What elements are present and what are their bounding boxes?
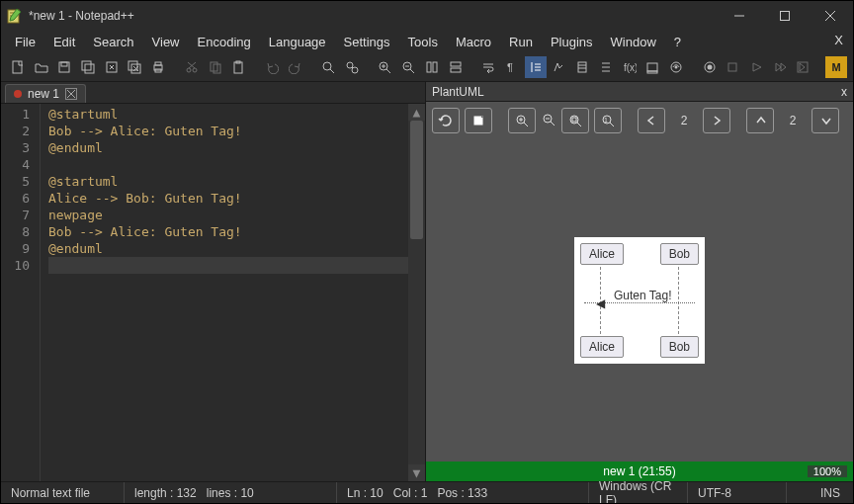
play-multi-icon[interactable] [769,56,791,78]
main-area: new 1 1 2 3 4 5 6 7 8 9 10 @startuml Bob… [1,82,853,481]
code-line[interactable]: Bob --> Alice: Guten Tag! [48,223,425,240]
plantuml-close-icon[interactable]: x [841,85,847,99]
actor-bottom-left: Alice [580,336,624,358]
menu-language[interactable]: Language [261,33,334,51]
menu-macro[interactable]: Macro [448,33,499,51]
svg-point-28 [323,62,331,70]
copy-icon[interactable] [205,56,226,78]
zoom-in-icon[interactable] [508,108,536,133]
m-button[interactable]: M [825,56,847,78]
svg-rect-51 [647,63,657,71]
scroll-down-icon[interactable]: ▼ [408,464,425,481]
close-button[interactable] [808,1,853,31]
code-line[interactable] [48,156,425,173]
code-line[interactable]: @startuml [48,106,425,123]
code-line[interactable]: @enduml [48,139,425,156]
diagram-viewport[interactable]: Alice Bob Alice Bob ◀ Guten Tag! [426,139,853,462]
code-editor[interactable]: 1 2 3 4 5 6 7 8 9 10 @startuml Bob --> A… [1,104,425,481]
code-content[interactable]: @startuml Bob --> Alice: Guten Tag! @end… [41,104,425,481]
zoom-fit-icon[interactable] [561,108,589,133]
folder-workspace-icon[interactable] [641,56,663,78]
menu-window[interactable]: Window [603,33,664,51]
find-icon[interactable] [317,56,339,78]
new-file-icon[interactable] [7,56,29,78]
editor-scrollbar[interactable]: ▲ ▼ [408,104,425,481]
menu-file[interactable]: File [7,33,43,51]
code-line[interactable]: Alice --> Bob: Guten Tag! [48,190,425,207]
next-diagram-icon[interactable] [703,108,730,133]
zoom-out-icon[interactable] [397,56,419,78]
save-macro-icon[interactable] [793,56,814,78]
zoom-in-icon[interactable] [375,56,396,78]
stop-macro-icon[interactable] [722,56,743,78]
menu-bar: File Edit Search View Encoding Language … [1,31,853,52]
udl-icon[interactable] [549,56,570,78]
plantuml-zoom-label: 100% [808,465,847,477]
svg-text:¶: ¶ [507,61,513,73]
tab-new1[interactable]: new 1 [5,84,86,103]
monitoring-icon[interactable] [665,56,687,78]
prev-diagram-icon[interactable] [638,108,665,133]
save-all-icon[interactable] [77,56,99,78]
save-icon[interactable] [53,56,75,78]
close-file-icon[interactable] [101,56,123,78]
redo-icon[interactable] [285,56,306,78]
function-list-icon[interactable]: f(x) [619,56,640,78]
svg-rect-42 [451,62,461,66]
code-line[interactable] [48,257,425,274]
menu-plugins[interactable]: Plugins [543,33,601,51]
code-line[interactable]: newpage [48,207,425,223]
scroll-up-icon[interactable]: ▲ [408,104,425,121]
svg-point-21 [193,68,197,72]
sync-v-icon[interactable] [421,56,443,78]
word-wrap-icon[interactable] [477,56,499,78]
code-line[interactable]: @enduml [48,240,425,257]
menu-view[interactable]: View [144,33,188,51]
close-all-icon[interactable] [125,56,146,78]
svg-rect-7 [61,62,67,66]
status-eol[interactable]: Windows (CR LF) [589,482,688,503]
sync-h-icon[interactable] [445,56,467,78]
cut-icon[interactable] [181,56,203,78]
zoom-out-icon[interactable] [541,112,556,130]
record-macro-icon[interactable] [699,56,721,78]
show-all-chars-icon[interactable]: ¶ [501,56,523,78]
title-bar: *new 1 - Notepad++ [1,1,853,31]
status-encoding[interactable]: UTF-8 [688,482,787,503]
code-line[interactable]: @startuml [48,173,425,190]
scroll-thumb[interactable] [410,121,423,239]
tab-close-icon[interactable] [65,88,77,100]
svg-line-3 [825,11,835,21]
status-mode[interactable]: INS [808,482,853,503]
svg-rect-43 [451,68,461,72]
code-line[interactable]: Bob --> Alice: Guten Tag! [48,123,425,139]
doc-list-icon[interactable] [595,56,617,78]
undo-icon[interactable] [261,56,283,78]
open-file-icon[interactable] [31,56,52,78]
play-macro-icon[interactable] [745,56,767,78]
replace-icon[interactable] [341,56,363,78]
plantuml-status-text: new 1 (21:55) [603,464,675,478]
menu-help[interactable]: ? [666,33,689,51]
minimize-button[interactable] [717,1,762,31]
menu-run[interactable]: Run [501,33,541,51]
indent-guide-icon[interactable] [525,56,547,78]
paste-icon[interactable] [227,56,249,78]
menu-settings[interactable]: Settings [336,33,398,51]
menu-search[interactable]: Search [85,33,141,51]
lifeline-right [678,267,679,334]
menu-edit[interactable]: Edit [45,33,83,51]
scroll-track[interactable] [408,121,425,464]
prev-page-icon[interactable] [746,108,774,133]
menu-encoding[interactable]: Encoding [190,33,259,51]
menu-tools[interactable]: Tools [400,33,446,51]
next-page-icon[interactable] [811,108,839,133]
svg-rect-9 [85,64,94,73]
zoom-reset-icon[interactable]: 1 [594,108,622,133]
close-doc-x[interactable]: X [834,33,843,47]
doc-map-icon[interactable] [571,56,593,78]
print-icon[interactable] [147,56,169,78]
refresh-icon[interactable] [432,108,460,133]
maximize-button[interactable] [762,1,808,31]
export-icon[interactable] [465,108,492,133]
